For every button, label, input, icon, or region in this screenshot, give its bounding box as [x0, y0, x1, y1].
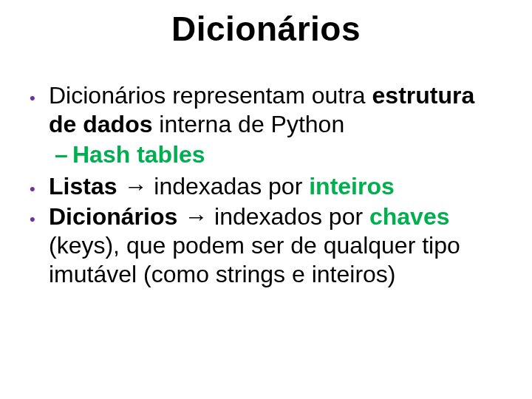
bullet-1-text: Dicionários representam outra estrutura …	[49, 81, 502, 139]
bullet-3: • Dicionários → indexados por chaves (ke…	[30, 202, 502, 289]
slide: Dicionários • Dicionários representam ou…	[0, 0, 532, 399]
arrow-icon: →	[184, 203, 208, 230]
bullet-1: • Dicionários representam outra estrutur…	[30, 81, 502, 139]
slide-body: • Dicionários representam outra estrutur…	[30, 81, 502, 290]
bullet-icon: •	[30, 172, 49, 200]
slide-title: Dicionários	[0, 9, 532, 49]
b3-space1	[177, 203, 184, 230]
bullet-icon: •	[30, 81, 49, 109]
bullet-icon: •	[30, 202, 49, 230]
b2-part3: indexadas por	[147, 173, 309, 200]
arrow-icon: →	[123, 173, 147, 200]
b2-part4-bold-green: inteiros	[309, 173, 395, 200]
bullet-3-text: Dicionários → indexados por chaves (keys…	[49, 202, 502, 289]
bullet-2-text: Listas → indexadas por inteiros	[49, 172, 502, 201]
sub-bullet-1: – Hash tables	[55, 140, 502, 169]
dash-icon: –	[55, 140, 72, 169]
bullet-2: • Listas → indexadas por inteiros	[30, 172, 502, 201]
b3-part3: indexados por	[208, 203, 369, 230]
b3-part5: (keys), que podem ser de qualquer tipo i…	[49, 232, 460, 287]
b1-part3: interna de Python	[152, 111, 344, 137]
b3-part1-bold: Dicionários	[49, 203, 177, 230]
b3-part4-bold-green: chaves	[369, 203, 450, 230]
sub-bullet-1-text: Hash tables	[72, 140, 502, 169]
b1-part1: Dicionários representam outra	[49, 82, 372, 109]
b2-part1-bold: Listas	[49, 173, 117, 200]
